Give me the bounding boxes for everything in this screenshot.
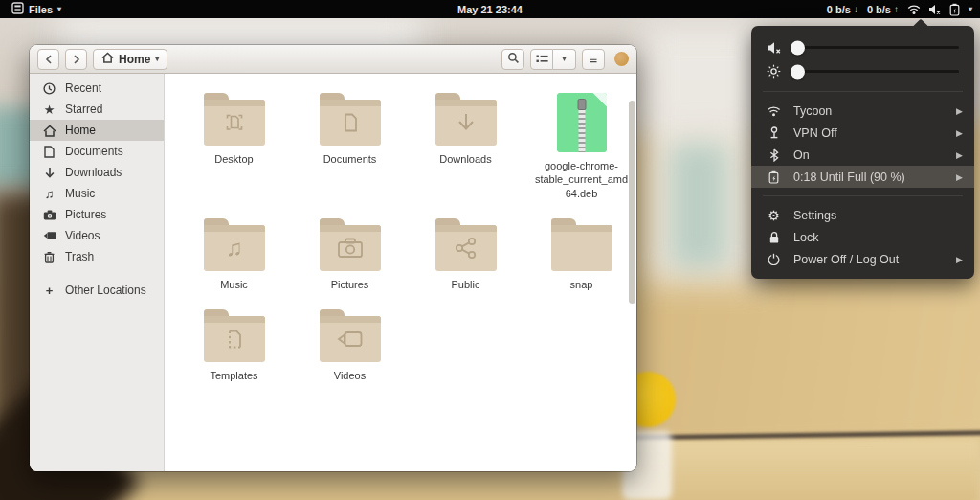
file-item-snap[interactable]: snap [523, 216, 636, 291]
up-arrow-icon: ↑ [894, 4, 899, 14]
battery-charging-icon [949, 3, 960, 16]
sidebar-item-pictures[interactable]: Pictures [30, 204, 164, 225]
menu-item-vpn[interactable]: VPN Off ▶ [751, 122, 974, 144]
file-item-videos[interactable]: Videos [292, 307, 408, 382]
volume-muted-icon [928, 4, 942, 15]
menu-item-bluetooth[interactable]: On ▶ [751, 144, 974, 166]
file-label: snap [570, 278, 593, 291]
path-label: Home [119, 53, 150, 66]
window-close-button[interactable] [614, 52, 629, 66]
scrollbar-thumb[interactable] [629, 101, 635, 304]
folder-icon [435, 225, 497, 271]
sidebar-item-other-locations[interactable]: + Other Locations [30, 280, 164, 301]
system-tray[interactable]: 0 b/s ↓ 0 b/s ↑ ▾ [827, 0, 980, 18]
tray-chevron-down-icon: ▾ [969, 5, 972, 13]
down-arrow-icon: ↓ [854, 4, 858, 14]
wallpaper-blur-blob [670, 144, 727, 268]
music-glyph-icon: ♫ [226, 237, 243, 260]
sidebar-item-recent[interactable]: Recent [30, 78, 164, 99]
menu-item-lock[interactable]: Lock [751, 226, 974, 248]
view-options-dropdown-button[interactable]: ▾ [553, 49, 576, 70]
scrollbar[interactable] [629, 78, 635, 467]
sidebar-item-downloads[interactable]: Downloads [30, 162, 164, 183]
sidebar-item-documents[interactable]: Documents [30, 141, 164, 162]
menu-item-settings[interactable]: ⚙ Settings [751, 204, 974, 226]
file-grid-area[interactable]: Desktop Documents [165, 74, 636, 471]
file-item-documents[interactable]: Documents [292, 90, 408, 200]
zipper-pull-icon [577, 99, 586, 110]
plus-icon: + [42, 284, 56, 297]
file-item-google-chrome-deb[interactable]: google-chrome-stable_current_amd64.deb [523, 90, 636, 200]
submenu-arrow-icon: ▶ [956, 255, 963, 264]
download-glyph-icon [454, 110, 479, 135]
menu-item-power[interactable]: Power Off / Log Out ▶ [751, 248, 974, 270]
file-item-templates[interactable]: Templates [176, 307, 292, 382]
sidebar-item-videos[interactable]: Videos [30, 225, 164, 246]
folder-icon: ♫ [204, 225, 265, 271]
files-app-icon [11, 2, 24, 16]
volume-slider[interactable] [792, 46, 959, 49]
hamburger-icon: ≡ [590, 52, 598, 66]
list-view-button[interactable] [530, 49, 553, 70]
sidebar-item-label: Recent [65, 81, 101, 95]
file-label: Public [452, 278, 480, 291]
menu-separator [763, 195, 963, 196]
file-label: Pictures [331, 278, 369, 291]
app-menu-label: Files [29, 4, 53, 15]
sidebar-item-label: Videos [65, 229, 100, 242]
file-label: Videos [334, 369, 366, 382]
vpn-icon [766, 126, 782, 140]
power-icon [766, 253, 782, 265]
app-menu-files[interactable]: Files ▾ [0, 0, 61, 18]
sidebar-item-starred[interactable]: ★ Starred [30, 99, 164, 120]
sidebar-item-music[interactable]: ♫ Music [30, 183, 164, 204]
share-glyph-icon [454, 237, 479, 260]
file-item-public[interactable]: Public [408, 216, 523, 291]
template-glyph-icon [222, 327, 247, 352]
back-button[interactable] [37, 49, 59, 70]
brightness-slider-row [751, 59, 974, 83]
menu-item-wifi[interactable]: Tycoon ▶ [751, 100, 974, 122]
sidebar-item-home[interactable]: Home [30, 120, 164, 141]
menu-separator [763, 91, 963, 92]
home-icon [101, 52, 114, 66]
sidebar-item-label: Music [65, 187, 95, 200]
brightness-slider[interactable] [792, 70, 959, 73]
file-label: google-chrome-stable_current_amd64.deb [534, 159, 630, 200]
volume-slider-knob[interactable] [791, 40, 805, 55]
folder-icon [204, 316, 265, 362]
file-label: Music [220, 278, 248, 291]
bluetooth-icon [766, 148, 782, 162]
view-toggle-group: ▾ [530, 49, 576, 70]
chevron-down-icon: ▾ [562, 55, 566, 63]
lock-label: Lock [793, 231, 963, 244]
trash-icon [42, 251, 56, 263]
wifi-icon [766, 105, 782, 117]
list-view-icon [536, 51, 548, 68]
video-glyph-icon [337, 330, 364, 349]
file-item-pictures[interactable]: Pictures [292, 216, 408, 291]
search-button[interactable] [501, 49, 524, 70]
wifi-network-name: Tycoon [793, 104, 945, 118]
settings-label: Settings [793, 209, 963, 222]
files-window: Home ▾ ▾ ≡ [30, 45, 636, 471]
bluetooth-status: On [793, 148, 945, 162]
forward-button[interactable] [65, 49, 87, 70]
lock-icon [766, 231, 782, 244]
vpn-status: VPN Off [793, 126, 945, 140]
system-status-menu: Tycoon ▶ VPN Off ▶ On ▶ 0:18 Until Full … [751, 26, 974, 279]
file-item-downloads[interactable]: Downloads [408, 90, 523, 200]
window-menu-button[interactable]: ≡ [582, 49, 605, 70]
sidebar-item-trash[interactable]: Trash [30, 246, 164, 267]
file-label: Documents [323, 152, 377, 166]
path-bar-home-button[interactable]: Home ▾ [93, 49, 167, 70]
battery-charging-icon [766, 170, 782, 184]
camera-icon [42, 210, 56, 220]
menu-item-battery[interactable]: 0:18 Until Full (90 %) ▶ [751, 166, 974, 188]
folder-icon [320, 225, 381, 271]
wifi-icon [907, 4, 921, 15]
brightness-slider-knob[interactable] [791, 64, 805, 79]
file-item-music[interactable]: ♫ Music [176, 216, 292, 291]
home-icon [42, 125, 56, 137]
file-item-desktop[interactable]: Desktop [176, 90, 292, 200]
